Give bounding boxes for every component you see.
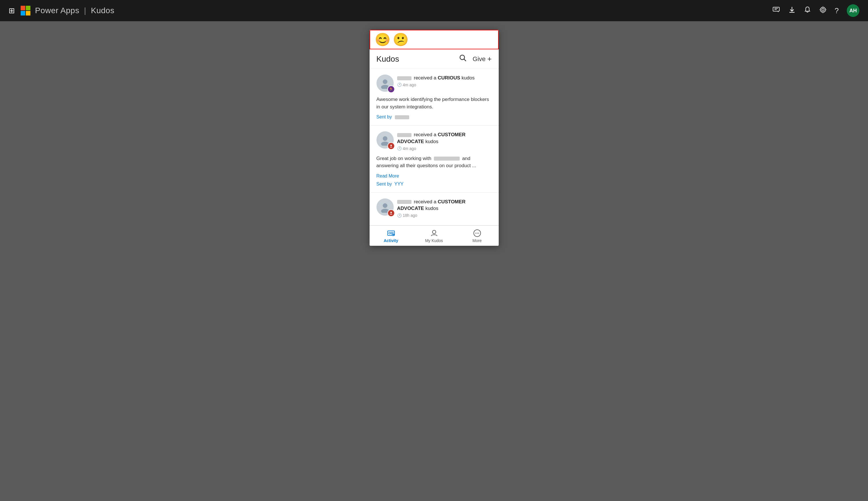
- settings-icon[interactable]: [819, 6, 827, 15]
- feedback-icon[interactable]: [772, 6, 780, 15]
- feed-item: 🏃 received a CURIOUS kudos 🕐 4m ago Awes: [369, 69, 499, 126]
- avatar-wrap: 🏃: [376, 75, 394, 92]
- give-label: Give: [473, 55, 485, 63]
- time-text: 4m ago: [403, 83, 416, 87]
- svg-line-12: [464, 59, 466, 61]
- item-body: Great job on working with and answering …: [376, 155, 492, 170]
- nav-brand: Power Apps | Kudos: [35, 6, 115, 15]
- sent-by-label: Sent by: [376, 115, 392, 119]
- kudos-badge: 🏃: [387, 85, 395, 93]
- app-panel: 😊 😕 Kudos Give +: [369, 30, 499, 246]
- recipient-name-blurred: [397, 76, 411, 80]
- sent-by[interactable]: Sent by YYY: [376, 182, 492, 187]
- body-part1: Great job on working with: [376, 156, 431, 161]
- user-avatar-nav[interactable]: AH: [847, 4, 859, 17]
- svg-point-13: [383, 79, 387, 84]
- feed-item: received a CUSTOMER ADVOCATE kudos 🕐 18h…: [369, 193, 499, 226]
- sender-name: YYY: [394, 182, 404, 186]
- tab-mykudos[interactable]: My Kudos: [412, 226, 456, 246]
- svg-point-34: [477, 233, 478, 234]
- inline-name-blurred: [434, 157, 460, 161]
- emoji-bar: 😊 😕: [369, 30, 499, 49]
- clock-icon: 🕐: [397, 146, 402, 151]
- svg-point-11: [460, 55, 464, 60]
- kudos-after: kudos: [425, 139, 438, 144]
- search-icon[interactable]: [459, 54, 467, 64]
- svg-rect-1: [26, 6, 30, 10]
- item-header: received a CUSTOMER ADVOCATE kudos 🕐 4m …: [376, 131, 492, 151]
- item-time: 🕐 4m ago: [397, 83, 492, 87]
- item-body: Awesome work identifying the performance…: [376, 96, 492, 110]
- more-tab-label: More: [473, 238, 482, 243]
- mykudos-tab-label: My Kudos: [425, 238, 443, 243]
- item-name-line: received a CURIOUS kudos: [397, 75, 492, 82]
- kudos-badge: [387, 209, 395, 217]
- item-time: 🕐 4m ago: [397, 146, 492, 151]
- avatar-wrap: [376, 131, 394, 149]
- svg-marker-7: [777, 11, 778, 12]
- activity-tab-label: Activity: [384, 238, 398, 243]
- svg-point-18: [390, 145, 392, 146]
- item-header: 🏃 received a CURIOUS kudos 🕐 4m ago: [376, 75, 492, 92]
- svg-point-15: [383, 136, 387, 141]
- header-actions: Give +: [459, 54, 492, 64]
- svg-rect-2: [21, 11, 25, 15]
- sender-name-blurred: [395, 115, 409, 119]
- svg-point-22: [390, 212, 392, 213]
- app-name-label: Kudos: [91, 6, 115, 15]
- tab-activity[interactable]: Activity: [369, 226, 412, 246]
- kudos-title: Kudos: [376, 54, 399, 64]
- sent-by[interactable]: Sent by: [376, 115, 492, 120]
- give-button[interactable]: Give +: [473, 54, 492, 63]
- received-text: received a: [414, 199, 438, 204]
- time-text: 18h ago: [403, 213, 418, 218]
- kudos-header: Kudos Give +: [369, 49, 499, 69]
- avatar-wrap: [376, 199, 394, 216]
- mykudos-tab-icon: [430, 229, 438, 237]
- microsoft-logo: [21, 6, 30, 15]
- received-text: received a: [414, 132, 438, 137]
- happy-face-icon: 😊: [375, 33, 390, 46]
- sent-by-label: Sent by: [376, 182, 392, 186]
- time-text: 4m ago: [403, 146, 416, 151]
- svg-point-28: [392, 234, 394, 236]
- svg-point-10: [822, 9, 824, 11]
- item-name-line: received a CUSTOMER ADVOCATE kudos: [397, 131, 492, 145]
- tab-bar: Activity My Kudos More: [369, 225, 499, 246]
- tab-more[interactable]: More: [456, 226, 499, 246]
- kudos-after: kudos: [425, 206, 438, 211]
- sad-face-icon: 😕: [393, 33, 409, 46]
- svg-point-33: [475, 233, 476, 234]
- activity-tab-icon: [387, 229, 395, 237]
- feed-item: received a CUSTOMER ADVOCATE kudos 🕐 4m …: [369, 126, 499, 193]
- plus-icon: +: [487, 54, 492, 63]
- item-meta: received a CURIOUS kudos 🕐 4m ago: [397, 75, 492, 87]
- grid-icon[interactable]: ⊞: [9, 6, 15, 15]
- svg-point-35: [478, 233, 479, 234]
- item-header: received a CUSTOMER ADVOCATE kudos 🕐 18h…: [376, 199, 492, 218]
- nav-separator: |: [84, 6, 86, 15]
- more-tab-icon: [473, 229, 481, 237]
- svg-rect-3: [26, 11, 30, 15]
- download-icon[interactable]: [788, 6, 796, 15]
- item-meta: received a CUSTOMER ADVOCATE kudos 🕐 18h…: [397, 199, 492, 218]
- powerapps-label: Power Apps: [35, 6, 79, 15]
- item-meta: received a CUSTOMER ADVOCATE kudos 🕐 4m …: [397, 131, 492, 151]
- read-more-link[interactable]: Read More: [376, 173, 492, 179]
- svg-point-24: [389, 232, 390, 234]
- help-icon[interactable]: ?: [835, 6, 839, 15]
- svg-rect-0: [21, 6, 25, 10]
- clock-icon: 🕐: [397, 213, 402, 218]
- top-navigation: ⊞ Power Apps | Kudos: [0, 0, 868, 21]
- clock-icon: 🕐: [397, 83, 402, 87]
- svg-point-19: [383, 203, 387, 208]
- nav-actions: ? AH: [772, 4, 859, 17]
- main-area: 😊 😕 Kudos Give +: [0, 21, 868, 501]
- recipient-name-blurred: [397, 200, 411, 204]
- received-text: received a: [414, 75, 436, 81]
- kudos-type: CURIOUS: [438, 75, 460, 81]
- item-time: 🕐 18h ago: [397, 213, 492, 218]
- notification-icon[interactable]: [804, 6, 811, 15]
- kudos-after: kudos: [462, 75, 474, 81]
- item-name-line: received a CUSTOMER ADVOCATE kudos: [397, 199, 492, 212]
